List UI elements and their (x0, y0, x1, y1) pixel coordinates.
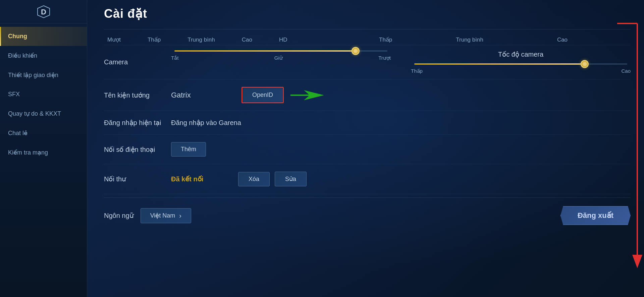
login-row: Đăng nhập hiện tại Đăng nhập vào Garena (104, 111, 631, 135)
settings-section: Tên kiện tướng Gatrix OpenID (104, 79, 631, 194)
quality-right-thap: Thấp (379, 36, 392, 43)
sidebar: D Chung Điều khiển Thiết lập giao diện S… (0, 0, 87, 297)
camera-slider-fill (174, 50, 356, 52)
speed-label-cao: Cao (621, 68, 631, 74)
speed-slider-thumb[interactable] (581, 60, 589, 68)
edit-email-button[interactable]: Sửa (275, 172, 307, 186)
login-value: Đăng nhập vào Garena (171, 119, 241, 127)
camera-slider-group: Tắt Giữ Trượt (171, 50, 391, 61)
logo-icon: D (35, 3, 52, 20)
champion-name-value: Gatrix (171, 91, 221, 100)
quality-section-right: Thấp Trung bình Cao (359, 36, 631, 43)
quality-labels-row: Mượt Thấp Trung bình Cao HD Thấp Trung b… (104, 29, 631, 45)
camera-slider-labels: Tắt Giữ Trượt (171, 55, 391, 61)
page-title: Cài đặt (104, 7, 631, 21)
quality-right-cao: Cao (557, 37, 568, 43)
quality-label-cao: Cao (242, 37, 252, 43)
sidebar-item-dieu-khien[interactable]: Điều khiển (0, 46, 87, 65)
svg-text:D: D (41, 8, 46, 16)
logout-button[interactable]: Đăng xuất (560, 206, 631, 225)
green-arrow-indicator (290, 88, 324, 102)
page-header: Cài đặt (104, 0, 631, 29)
camera-label-truot: Trượt (378, 55, 391, 61)
champion-name-label: Tên kiện tướng (104, 91, 171, 100)
openid-button[interactable]: OpenID (243, 88, 282, 102)
app-container: D Chung Điều khiển Thiết lập giao diện S… (0, 0, 644, 297)
quality-label-thap: Thấp (148, 36, 161, 43)
sidebar-item-thiet-lap[interactable]: Thiết lập giao diện (0, 65, 87, 85)
svg-marker-2 (290, 90, 324, 100)
speed-slider-labels: Thấp Cao (411, 68, 631, 74)
speed-slider-fill (414, 63, 585, 65)
camera-slider-wrapper (171, 50, 391, 52)
speed-label-thap: Thấp (411, 68, 423, 74)
login-label: Đăng nhập hiện tại (104, 118, 171, 127)
sliders-container: Tắt Giữ Trượt Tốc độ camera (171, 50, 631, 74)
champion-name-row: Tên kiện tướng Gatrix OpenID (104, 79, 631, 111)
quality-section-left: Mượt Thấp Trung bình Cao HD (104, 36, 359, 43)
delete-email-button[interactable]: Xóa (238, 172, 270, 186)
camera-row: Camera Tắt Giữ Trượt (104, 45, 631, 79)
them-button[interactable]: Thêm (171, 142, 206, 157)
quality-label-trung-binh: Trung bình (187, 37, 215, 43)
camera-slider-track (174, 50, 387, 52)
sidebar-logo: D (0, 0, 87, 23)
sidebar-item-chat-le[interactable]: Chat lẻ (0, 123, 87, 143)
bottom-row: Ngôn ngữ Việt Nam › Đăng xuất (104, 197, 631, 228)
sidebar-item-kiem-tra-mang[interactable]: Kiểm tra mạng (0, 143, 87, 162)
camera-label: Camera (104, 58, 128, 66)
speed-label: Tốc độ camera (411, 50, 631, 58)
camera-label-tat: Tắt (171, 55, 178, 61)
camera-slider-thumb[interactable] (352, 47, 360, 55)
main-content: Cài đặt Mượt Thấp Trung bình Cao HD Thấp… (87, 0, 644, 297)
email-status: Đã kết nối (171, 175, 225, 183)
camera-label-giu: Giữ (274, 55, 283, 61)
email-row: Nối thư Đã kết nối Xóa Sửa (104, 164, 631, 194)
quality-right-trung-binh: Trung bình (456, 37, 483, 43)
sidebar-item-sfx[interactable]: SFX (0, 85, 87, 104)
openid-button-wrapper: OpenID (241, 87, 284, 103)
speed-slider-wrapper (411, 63, 631, 65)
quality-label-hd: HD (279, 37, 287, 43)
quality-label-muot: Mượt (107, 36, 121, 43)
speed-slider-track (414, 63, 627, 65)
phone-label: Nối số điện thoại (104, 145, 171, 154)
language-label: Ngôn ngữ (104, 212, 134, 220)
language-value: Việt Nam (150, 212, 175, 219)
speed-slider-group: Tốc độ camera Thấp Cao (411, 50, 631, 74)
sidebar-nav: Chung Điều khiển Thiết lập giao diện SFX… (0, 23, 87, 166)
language-arrow: › (179, 212, 181, 220)
phone-row: Nối số điện thoại Thêm (104, 135, 631, 164)
camera-label-col: Camera (104, 58, 171, 66)
sidebar-item-chung[interactable]: Chung (0, 27, 87, 46)
language-button[interactable]: Việt Nam › (141, 208, 191, 223)
email-label: Nối thư (104, 175, 171, 183)
sidebar-item-quay-tu-do[interactable]: Quay tự do & KKXT (0, 104, 87, 123)
